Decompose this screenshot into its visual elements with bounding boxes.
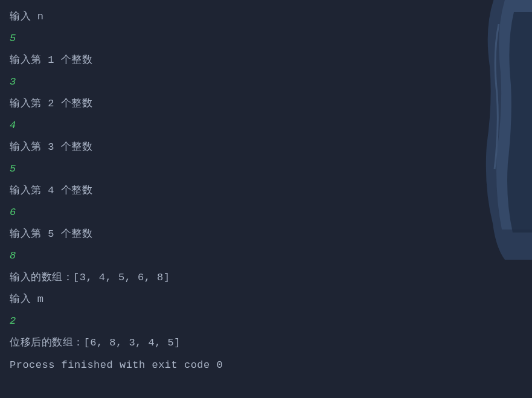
output-line: 输入第 3 个整数 bbox=[10, 136, 522, 158]
terminal-output[interactable]: 输入 n 5 输入第 1 个整数 3 输入第 2 个整数 4 输入第 3 个整数… bbox=[0, 0, 532, 382]
input-line: 8 bbox=[10, 245, 522, 267]
input-line: 5 bbox=[10, 158, 522, 180]
output-line: 位移后的数组：[6, 8, 3, 4, 5] bbox=[10, 332, 522, 354]
output-line: 输入 m bbox=[10, 289, 522, 310]
output-line: 输入第 2 个整数 bbox=[10, 93, 522, 115]
output-line: 输入第 1 个整数 bbox=[10, 50, 522, 71]
input-line: 4 bbox=[10, 115, 522, 136]
input-line: 6 bbox=[10, 202, 522, 223]
output-line: 输入第 5 个整数 bbox=[10, 223, 522, 245]
output-line: 输入 n bbox=[10, 6, 522, 28]
input-line: 2 bbox=[10, 310, 522, 332]
input-line: 3 bbox=[10, 71, 522, 93]
output-line: 输入的数组：[3, 4, 5, 6, 8] bbox=[10, 267, 522, 289]
input-line: 5 bbox=[10, 28, 522, 50]
output-line: 输入第 4 个整数 bbox=[10, 180, 522, 202]
output-line: Process finished with exit code 0 bbox=[10, 355, 522, 376]
